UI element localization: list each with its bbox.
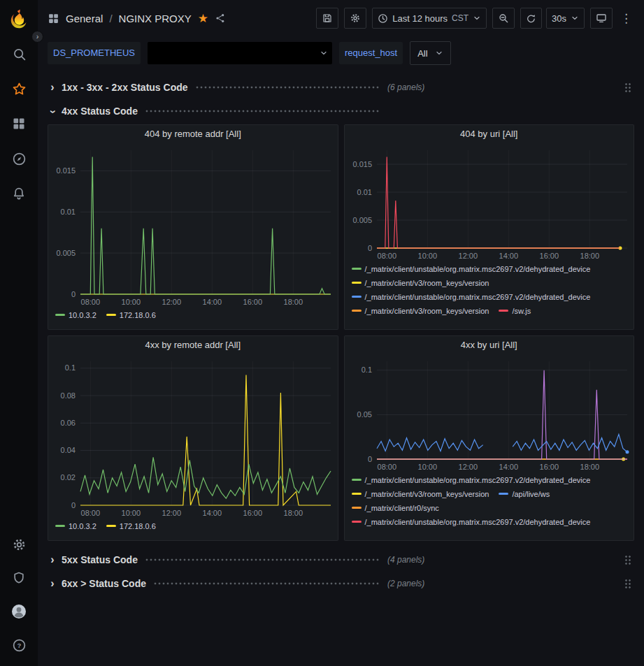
chevron-down-icon xyxy=(320,49,328,57)
panel-title[interactable]: 404 by uri [All] xyxy=(345,125,634,143)
save-dashboard-button[interactable] xyxy=(316,8,338,29)
legend-item[interactable]: /_matrix/client/r0/sync xyxy=(352,502,439,513)
dashboards-icon[interactable] xyxy=(10,115,27,132)
row-header-1xx-3xx-2xx[interactable]: › 1xx - 3xx - 2xx Status Code (6 panels) xyxy=(48,77,634,98)
legend-swatch xyxy=(352,479,362,481)
row-drag-handle-icon[interactable] xyxy=(624,555,631,565)
row-header-5xx[interactable]: › 5xx Status Code (4 panels) xyxy=(48,549,634,570)
apps-grid-icon[interactable] xyxy=(48,13,59,24)
legend-item[interactable]: /_matrix/client/unstable/org.matrix.msc2… xyxy=(352,291,591,302)
chevron-down-icon: › xyxy=(47,107,59,117)
legend-item[interactable]: 10.0.3.2 xyxy=(55,310,96,320)
refresh-interval-label: 30s xyxy=(552,13,566,24)
row-header-4xx[interactable]: › 4xx Status Code xyxy=(48,101,634,122)
legend-item[interactable]: /api/live/ws xyxy=(499,488,550,499)
grafana-app: ? › General / NGINX PROXY ★ xyxy=(0,0,644,666)
row-title-group: › 6xx > Status Code xyxy=(48,577,387,590)
svg-text:0.005: 0.005 xyxy=(56,249,76,257)
legend-item[interactable]: /_matrix/client/v3/room_keys/version xyxy=(352,488,489,499)
legend-item[interactable]: /_matrix/client/v3/room_keys/version xyxy=(352,305,489,316)
configuration-gear-icon[interactable] xyxy=(10,536,27,553)
zoom-out-button[interactable] xyxy=(492,8,515,29)
panel-title[interactable]: 4xx by remote addr [All] xyxy=(48,336,338,354)
legend-swatch xyxy=(352,282,362,284)
breadcrumb-section[interactable]: General xyxy=(66,13,103,24)
svg-text:12:00: 12:00 xyxy=(458,252,478,260)
chart-legend: /_matrix/client/unstable/org.matrix.msc2… xyxy=(345,262,634,329)
time-range-picker[interactable]: Last 12 hours CST xyxy=(372,8,487,29)
alerting-bell-icon[interactable] xyxy=(10,185,27,202)
chevron-down-icon xyxy=(473,14,481,22)
legend-swatch xyxy=(352,507,362,509)
row-title: 4xx Status Code xyxy=(62,106,138,117)
timeseries-chart[interactable]: 00.0050.010.01508:0010:0012:0014:0016:00… xyxy=(345,143,634,262)
svg-text:0: 0 xyxy=(367,455,371,463)
dashboard-settings-button[interactable] xyxy=(344,8,366,29)
timeseries-chart[interactable]: 00.050.108:0010:0012:0014:0016:0018:00 xyxy=(345,354,634,473)
svg-text:0.08: 0.08 xyxy=(61,391,76,400)
legend-item[interactable]: /_matrix/client/unstable/org.matrix.msc2… xyxy=(352,263,591,274)
chevron-down-icon xyxy=(435,49,443,57)
svg-text:0.015: 0.015 xyxy=(56,166,76,175)
row-drag-handle-icon[interactable] xyxy=(624,82,631,93)
sidebar: ? xyxy=(0,0,38,666)
refresh-interval-picker[interactable]: 30s xyxy=(546,8,585,29)
svg-text:16:00: 16:00 xyxy=(243,509,263,517)
variable-value-ds-prometheus[interactable] xyxy=(148,42,332,64)
svg-text:08:00: 08:00 xyxy=(377,252,396,260)
svg-text:18:00: 18:00 xyxy=(580,463,599,471)
row-title: 6xx > Status Code xyxy=(62,578,146,589)
svg-text:0.02: 0.02 xyxy=(61,473,76,482)
svg-text:16:00: 16:00 xyxy=(539,252,559,260)
panel-title[interactable]: 4xx by uri [All] xyxy=(345,336,634,354)
chart-legend: 10.0.3.2172.18.0.6 xyxy=(48,519,338,540)
legend-item[interactable]: 10.0.3.2 xyxy=(55,521,96,531)
row-title: 1xx - 3xx - 2xx Status Code xyxy=(62,82,188,93)
svg-text:10:00: 10:00 xyxy=(417,463,437,471)
panel-count: (6 panels) xyxy=(387,82,424,92)
help-icon[interactable]: ? xyxy=(10,637,27,653)
refresh-button[interactable] xyxy=(520,8,542,29)
svg-text:18:00: 18:00 xyxy=(284,509,303,517)
svg-text:0.1: 0.1 xyxy=(361,365,371,374)
sidebar-expand-chevron-icon[interactable]: › xyxy=(31,31,43,43)
tv-mode-button[interactable] xyxy=(590,8,613,29)
grafana-logo-icon[interactable] xyxy=(8,8,29,29)
favorite-star-icon[interactable]: ★ xyxy=(198,13,208,24)
user-avatar[interactable] xyxy=(10,603,27,620)
explore-compass-icon[interactable] xyxy=(10,150,27,167)
row-drag-handle-icon[interactable] xyxy=(624,579,631,589)
variable-label-ds-prometheus: DS_PROMETHEUS xyxy=(48,42,141,64)
dotted-leader xyxy=(195,84,380,91)
svg-text:10:00: 10:00 xyxy=(122,509,141,517)
legend-item[interactable]: 172.18.0.6 xyxy=(106,521,156,531)
chevron-down-icon xyxy=(571,14,579,22)
timeseries-chart[interactable]: 00.0050.010.01508:0010:0012:0014:0016:00… xyxy=(48,143,338,308)
legend-item[interactable]: 172.18.0.6 xyxy=(106,310,156,320)
svg-text:14:00: 14:00 xyxy=(499,252,518,260)
panel-title[interactable]: 404 by remote addr [All] xyxy=(48,125,338,143)
panel-count: (4 panels) xyxy=(387,555,424,565)
search-icon[interactable] xyxy=(10,45,27,62)
svg-text:16:00: 16:00 xyxy=(539,463,559,471)
svg-text:14:00: 14:00 xyxy=(203,509,222,517)
legend-swatch xyxy=(352,310,362,312)
legend-item[interactable]: /_matrix/client/v3/room_keys/version xyxy=(352,277,489,288)
svg-text:0: 0 xyxy=(71,290,76,298)
timeseries-chart[interactable]: 00.020.040.060.080.108:0010:0012:0014:00… xyxy=(48,354,338,519)
top-navbar: General / NGINX PROXY ★ Last 12 hours xyxy=(38,0,644,36)
legend-item[interactable]: /_matrix/client/unstable/org.matrix.msc2… xyxy=(352,516,591,527)
svg-text:0.05: 0.05 xyxy=(357,410,371,419)
kebab-menu-icon[interactable]: ⋮ xyxy=(618,13,634,24)
breadcrumb-title[interactable]: NGINX PROXY xyxy=(119,13,192,24)
starred-dashboards-icon[interactable] xyxy=(10,80,27,97)
legend-item[interactable]: /_matrix/client/unstable/org.matrix.msc2… xyxy=(352,475,591,485)
share-icon[interactable] xyxy=(215,13,226,24)
dotted-leader xyxy=(145,556,380,563)
legend-item[interactable]: /sw.js xyxy=(499,305,531,316)
server-admin-shield-icon[interactable] xyxy=(10,570,27,586)
row-header-6xx[interactable]: › 6xx > Status Code (2 panels) xyxy=(48,573,634,594)
svg-text:18:00: 18:00 xyxy=(580,252,599,260)
svg-text:08:00: 08:00 xyxy=(377,463,396,471)
variable-value-request-host[interactable]: All xyxy=(410,41,450,65)
